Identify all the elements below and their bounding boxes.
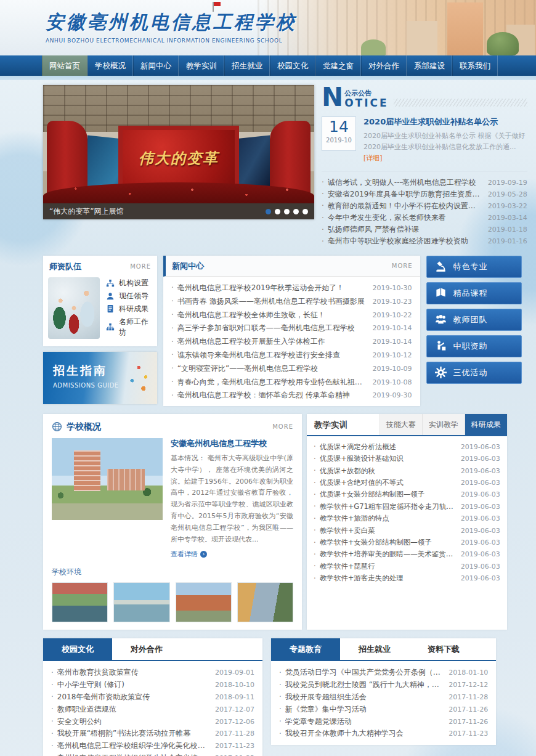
item-title[interactable]: 青春心向党，亳州机电信息工程学校用专业特色献礼祖国70华... [177,377,367,388]
item-title[interactable]: 教师职业道德规范 [57,704,209,715]
item-title[interactable]: 亳州市教育扶贫政策宣传 [57,667,209,678]
notice-detail-link[interactable]: [详细] [363,154,383,162]
hero-slider[interactable]: 伟大的变革 “伟大的变革”网上展馆 [43,85,314,219]
item-title[interactable]: 教学软件+女装分部结构制图—领子 [320,538,455,547]
slider-dot[interactable] [303,209,308,214]
list-item[interactable]: ·我校党员到晓北烈士陵园 “践行十九大精神，缅怀革...2017-12-12 [279,679,488,691]
list-item[interactable]: ·书画青春 激扬风采——亳州机电信息工程学校书画摄影展2019-10-23 [171,295,412,308]
item-title[interactable]: 教育部的最新通知！中小学不得在校内设置小卖部... [328,201,482,211]
slider-dot[interactable] [266,209,271,214]
environment-photo[interactable] [176,582,232,622]
list-item[interactable]: ·教学软件+卖白菜2019-06-03 [314,524,500,536]
news-more-link[interactable]: MORE [392,262,413,269]
list-item[interactable]: ·优质课+服装设计基础知识2019-06-03 [314,453,500,465]
item-title[interactable]: 高三学子参加省职对口联考——亳州机电信息工程学校 [177,323,367,333]
list-item[interactable]: ·教学软件+培养审美的眼睛——美术鉴赏及其意义2019-06-03 [314,548,500,560]
teachers-link-科研成果[interactable]: 科研成果 [106,304,152,314]
item-title[interactable]: 新《党章》集中学习活动 [285,704,442,715]
list-item[interactable]: ·2018年亳州市资助政策宣传2018-09-11 [51,691,254,704]
item-title[interactable]: 书画青春 激扬风采——亳州机电信息工程学校书画摄影展 [177,296,367,307]
list-item[interactable]: ·中小学生守则 (修订)2018-10-10 [51,679,254,691]
item-title[interactable]: 我校开展“梧桐韵”书法比赛活动拉开帷幕 [57,728,209,739]
nav-item-校园文化[interactable]: 校园文化 [270,55,315,76]
item-title[interactable]: 教学软件+游客走失的处理 [320,574,455,583]
item-title[interactable]: 诚信考试，文明做人---亳州机电信息工程学校 [328,177,482,188]
item-title[interactable]: 教学软件+G71粗车固定循环指令走刀轨迹路线 [320,502,455,511]
item-title[interactable]: 亳州机电信息工程学校组织学生社会主义核心价值观... [57,753,209,756]
nav-item-联系我们[interactable]: 联系我们 [452,55,498,76]
slider-dot[interactable] [293,209,299,214]
item-title[interactable]: 谯东镇领导来亳州机电信息工程学校进行安全排查 [177,350,367,360]
item-title[interactable]: 2018年亳州市资助政策宣传 [57,692,209,702]
special-tab-资料下载[interactable]: 资料下载 [409,638,478,660]
admissions-guide-banner[interactable]: 招生指南 ADMISSIONS GUIDE [43,352,157,404]
item-title[interactable]: 亳州机电信息工程学校：缅怀革命先烈 传承革命精神 [177,390,367,400]
item-title[interactable]: 亳州机电信息工程学校开展新生入学体检工作 [177,336,367,347]
item-title[interactable]: 亳州市中等职业学校家庭经济困难学校资助 [328,236,482,246]
list-item[interactable]: ·教学软件+女装分部结构制图—领子2019-06-03 [314,537,500,548]
item-title[interactable]: 我校党员到晓北烈士陵园 “践行十九大精神，缅怀革... [285,680,442,690]
item-title[interactable]: 我校召开全体教师十九大精神学习会 [285,728,442,739]
school-photo[interactable] [52,438,163,520]
training-tab-技能大赛[interactable]: 技能大赛 [380,414,422,435]
teachers-link-机构设置[interactable]: 机构设置 [106,278,152,288]
item-title[interactable]: 学党章专题党课活动 [285,717,442,727]
environment-photo[interactable] [237,582,293,622]
item-title[interactable]: 我校开展专题组织生活会 [285,692,442,702]
item-title[interactable]: 优质课+故都的秋 [320,466,455,476]
list-item[interactable]: ·安全文明公约2017-12-06 [51,715,254,728]
teachers-link-名师工作坊[interactable]: 名师工作坊 [106,317,152,338]
item-title[interactable]: 亳州机电信息工程学校全体师生致敬，长征！ [177,310,367,320]
list-item[interactable]: ·我校开展专题组织生活会2017-11-28 [279,691,488,704]
environment-photo[interactable] [52,582,108,622]
item-title[interactable]: “文明寝室评比”——亳州机电信息工程学校 [177,364,367,374]
quick-button-三优活动[interactable]: 三优活动 [426,362,522,384]
list-item[interactable]: ·青春心向党，亳州机电信息工程学校用专业特色献礼祖国70华...2019-10-… [171,375,412,389]
slider-dot[interactable] [275,209,280,214]
nav-item-党建之窗[interactable]: 党建之窗 [315,55,361,76]
list-item[interactable]: ·亳州机电信息工程学校2019年秋季运动会开始了！2019-10-30 [171,282,412,295]
item-title[interactable]: 教学软件+培养审美的眼睛——美术鉴赏及其意义 [320,550,455,559]
overview-school-name[interactable]: 安徽亳州机电信息工程学校 [171,438,293,449]
quick-button-精品课程[interactable]: 精品课程 [426,282,522,304]
list-item[interactable]: ·弘扬师德师风 严禁有偿补课2019-01-18 [322,224,527,235]
list-item[interactable]: ·我校召开全体教师十九大精神学习会2017-11-23 [279,728,488,740]
list-item[interactable]: ·亳州机电信息工程学校组织学生社会主义核心价值观...2017-11-23 [51,752,254,756]
quick-button-特色专业[interactable]: 特色专业 [426,256,522,278]
item-title[interactable]: 优质课+滴定分析法概述 [320,442,455,452]
item-title[interactable]: 亳州机电信息工程学校组织学生净化美化校园”主题... [57,741,209,751]
list-item[interactable]: ·教师职业道德规范2017-12-07 [51,703,254,715]
nav-item-新闻中心[interactable]: 新闻中心 [133,55,179,76]
list-item[interactable]: ·优质课+含绝对值的不等式2019-06-03 [314,477,500,489]
item-title[interactable]: 今年中考发生变化，家长老师快来看 [328,213,482,223]
list-item[interactable]: ·学党章专题党课活动2017-11-26 [279,715,488,728]
item-title[interactable]: 弘扬师德师风 严禁有偿补课 [328,224,482,235]
special-tab-招生就业[interactable]: 招生就业 [340,638,409,660]
item-title[interactable]: 优质课+含绝对值的不等式 [320,478,455,487]
list-item[interactable]: ·亳州机电信息工程学校组织学生净化美化校园”主题...2017-11-23 [51,740,254,752]
list-item[interactable]: ·安徽省2019年度具备中职学历教育招生资质学校名...2019-05-28 [322,189,527,200]
special-tab-专题教育[interactable]: 专题教育 [271,638,340,660]
item-title[interactable]: 教学软件+旅游的特点 [320,514,455,523]
nav-item-对外合作[interactable]: 对外合作 [361,55,407,76]
list-item[interactable]: ·教学软件+游客走失的处理2019-06-03 [314,572,500,584]
nav-item-教学实训[interactable]: 教学实训 [179,55,224,76]
list-item[interactable]: ·优质课+女装分部结构制图—领子2019-06-03 [314,489,500,500]
culture-tab-对外合作[interactable]: 对外合作 [112,638,181,660]
item-title[interactable]: 中小学生守则 (修订) [57,680,209,690]
list-item[interactable]: ·教学软件+琵琶行2019-06-03 [314,561,500,572]
list-item[interactable]: ·谯东镇领导来亳州机电信息工程学校进行安全排查2019-10-12 [171,349,412,362]
overview-more-link[interactable]: MORE [272,423,293,430]
item-title[interactable]: 安全文明公约 [57,717,209,727]
overview-detail-link[interactable]: 查看详情 › [171,550,207,559]
training-tab-科研成果[interactable]: 科研成果 [465,414,507,435]
item-title[interactable]: 安徽省2019年度具备中职学历教育招生资质学校名... [328,189,482,200]
list-item[interactable]: ·亳州机电信息工程学校开展新生入学体检工作2019-10-14 [171,335,412,349]
quick-button-中职资助[interactable]: 中职资助 [426,335,522,357]
list-item[interactable]: ·优质课+故都的秋2019-06-03 [314,465,500,477]
list-item[interactable]: ·亳州市中等职业学校家庭经济困难学校资助2019-01-16 [322,235,527,247]
quick-button-教师团队[interactable]: 教师团队 [426,309,522,331]
item-title[interactable]: 优质课+女装分部结构制图—领子 [320,490,455,499]
notice-featured-item[interactable]: 14 2019-10 2020届毕业生求职创业补贴名单公示 2020届毕业生求职… [322,108,527,172]
culture-tab-校园文化[interactable]: 校园文化 [43,638,112,660]
